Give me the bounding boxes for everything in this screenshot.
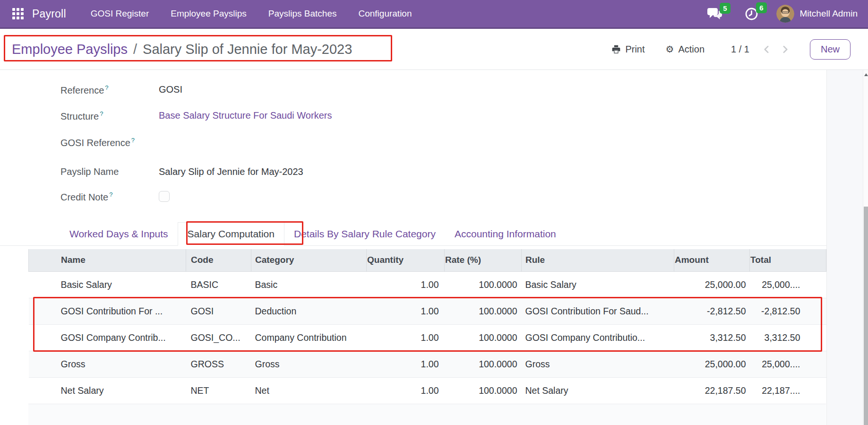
cell-name[interactable]: GOSI Contribution For ... — [29, 298, 186, 324]
field-value-payslip-name[interactable]: Salary Slip of Jennie for May-2023 — [159, 166, 303, 177]
cell-quantity[interactable]: 1.00 — [367, 271, 445, 298]
cell-rule[interactable]: GOSI Contribution For Saud... — [522, 298, 674, 324]
column-header-code[interactable]: Code — [186, 249, 251, 271]
table-footer-strip — [28, 404, 826, 425]
app-name[interactable]: Payroll — [32, 8, 66, 20]
column-header-amount[interactable]: Amount — [674, 249, 750, 271]
breadcrumb-parent-link[interactable]: Employee Payslips — [12, 42, 128, 57]
help-icon[interactable]: ? — [109, 191, 112, 198]
cell-category[interactable]: Gross — [251, 351, 367, 377]
cell-rate[interactable]: 100.0000 — [445, 377, 522, 404]
cell-name[interactable]: GOSI Company Contrib... — [29, 324, 186, 351]
cell-amount[interactable]: 3,312.50 — [674, 324, 750, 351]
activities-button[interactable]: 6 — [744, 6, 759, 22]
cell-name[interactable]: Net Salary — [29, 377, 186, 404]
cell-total[interactable]: 25,000.... — [750, 271, 826, 298]
pager-nav — [761, 43, 791, 55]
column-header-rule[interactable]: Rule — [522, 249, 674, 271]
cell-total[interactable]: -2,812.50 — [750, 298, 826, 324]
cell-amount[interactable]: 22,187.50 — [674, 377, 750, 404]
help-icon[interactable]: ? — [131, 137, 135, 144]
cell-category[interactable]: Net — [251, 377, 367, 404]
tab-accounting-information[interactable]: Accounting Information — [445, 222, 566, 245]
cell-amount[interactable]: 25,000.00 — [674, 351, 750, 377]
notebook-tabs: Worked Days & Inputs Salary Computation … — [0, 222, 826, 246]
field-value-reference[interactable]: GOSI — [159, 84, 263, 95]
cell-rule[interactable]: Gross — [522, 351, 674, 377]
salary-computation-table: Name Code Category Quantity Rate (%) Rul… — [28, 249, 826, 404]
cell-rule[interactable]: Basic Salary — [522, 271, 674, 298]
field-label-payslip-name: Payslip Name — [60, 166, 159, 177]
table-row-gosi-contribution[interactable]: GOSI Contribution For ... GOSI Deduction… — [29, 298, 826, 324]
cell-code[interactable]: GOSI_CO... — [186, 324, 251, 351]
cell-total[interactable]: 3,312.50 — [750, 324, 826, 351]
field-value-structure-link[interactable]: Base Salary Structure For Saudi Workers — [159, 110, 332, 121]
scrollbar-up-arrow-icon[interactable] — [864, 73, 868, 77]
scrollbar-thumb[interactable] — [864, 207, 868, 425]
messages-button[interactable]: 5 — [706, 7, 723, 21]
table-row-basic-salary[interactable]: Basic Salary BASIC Basic 1.00 100.0000 B… — [29, 271, 826, 298]
messages-badge: 5 — [720, 3, 730, 14]
cell-quantity[interactable]: 1.00 — [367, 298, 445, 324]
cell-total[interactable]: 22,187.... — [750, 377, 826, 404]
cell-rate[interactable]: 100.0000 — [445, 298, 522, 324]
cell-rule[interactable]: GOSI Company Contributio... — [522, 324, 674, 351]
cell-rate[interactable]: 100.0000 — [445, 351, 522, 377]
new-button[interactable]: New — [810, 39, 851, 60]
cell-category[interactable]: Company Contribution — [251, 324, 367, 351]
cell-category[interactable]: Basic — [251, 271, 367, 298]
vertical-scrollbar[interactable] — [863, 70, 868, 425]
cell-code[interactable]: GROSS — [186, 351, 251, 377]
cell-code[interactable]: NET — [186, 377, 251, 404]
apps-grid-icon[interactable] — [10, 6, 26, 21]
cell-rate[interactable]: 100.0000 — [445, 271, 522, 298]
gear-icon: ⚙ — [666, 44, 674, 54]
content-area: Reference? GOSI Structure? Base Salary S… — [0, 70, 868, 425]
cell-code[interactable]: BASIC — [186, 271, 251, 298]
pager-next-button[interactable] — [779, 43, 791, 55]
user-name: Mitchell Admin — [800, 9, 858, 19]
nav-item-gosi-register[interactable]: GOSI Register — [91, 9, 149, 19]
field-row-structure: Structure? Base Salary Structure For Sau… — [60, 110, 332, 124]
column-header-quantity[interactable]: Quantity — [367, 249, 445, 271]
breadcrumb-current: Salary Slip of Jennie for May-2023 — [143, 42, 352, 57]
table-row-gross[interactable]: Gross GROSS Gross 1.00 100.0000 Gross 25… — [29, 351, 826, 377]
nav-item-payslips-batches[interactable]: Payslips Batches — [268, 9, 337, 19]
cell-quantity[interactable]: 1.00 — [367, 351, 445, 377]
credit-note-checkbox[interactable] — [159, 191, 170, 202]
cell-name[interactable]: Basic Salary — [29, 271, 186, 298]
user-menu[interactable]: Mitchell Admin — [776, 5, 858, 23]
nav-item-employee-payslips[interactable]: Employee Payslips — [171, 9, 247, 19]
cell-quantity[interactable]: 1.00 — [367, 377, 445, 404]
print-button[interactable]: Print — [610, 41, 646, 58]
column-header-category[interactable]: Category — [251, 249, 367, 271]
table-row-gosi-company-contribution[interactable]: GOSI Company Contrib... GOSI_CO... Compa… — [29, 324, 826, 351]
cell-category[interactable]: Deduction — [251, 298, 367, 324]
cell-quantity[interactable]: 1.00 — [367, 324, 445, 351]
cell-total[interactable]: 25,000.... — [750, 351, 826, 377]
tab-details-by-salary-rule-category[interactable]: Details By Salary Rule Category — [284, 222, 445, 245]
table-row-net-salary[interactable]: Net Salary NET Net 1.00 100.0000 Net Sal… — [29, 377, 826, 404]
cell-rate[interactable]: 100.0000 — [445, 324, 522, 351]
pager-prev-button[interactable] — [761, 43, 773, 55]
cell-code[interactable]: GOSI — [186, 298, 251, 324]
column-header-total[interactable]: Total — [750, 249, 826, 271]
column-header-name[interactable]: Name — [29, 249, 186, 271]
activities-badge: 6 — [756, 2, 766, 13]
help-icon[interactable]: ? — [100, 110, 103, 117]
control-panel-actions: Print ⚙ Action 1 / 1 New — [610, 39, 851, 60]
form-sheet: Reference? GOSI Structure? Base Salary S… — [0, 70, 827, 425]
avatar — [776, 5, 794, 23]
cell-rule[interactable]: Net Salary — [522, 377, 674, 404]
tab-worked-days-inputs[interactable]: Worked Days & Inputs — [60, 222, 178, 245]
tab-salary-computation[interactable]: Salary Computation — [178, 222, 284, 246]
chevron-right-icon — [781, 45, 789, 53]
help-icon[interactable]: ? — [105, 84, 108, 91]
cell-amount[interactable]: -2,812.50 — [674, 298, 750, 324]
cell-name[interactable]: Gross — [29, 351, 186, 377]
cell-amount[interactable]: 25,000.00 — [674, 271, 750, 298]
column-header-rate[interactable]: Rate (%) — [445, 249, 522, 271]
nav-item-configuration[interactable]: Configuration — [358, 9, 412, 19]
action-button[interactable]: ⚙ Action — [664, 41, 707, 58]
pager-value: 1 / 1 — [731, 44, 749, 55]
